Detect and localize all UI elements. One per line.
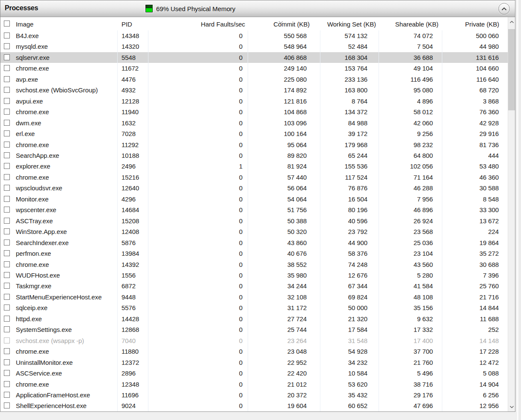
scrollbar-thumb[interactable] bbox=[508, 29, 515, 110]
table-row[interactable]: SearchIndexer.exe5876043 86044 90025 036… bbox=[0, 237, 508, 248]
table-row[interactable]: dwm.exe16320103 09684 98842 06042 928 bbox=[0, 118, 508, 128]
row-checkbox[interactable] bbox=[4, 370, 10, 376]
row-checkbox[interactable] bbox=[4, 316, 10, 322]
cell-commit: 32 108 bbox=[287, 292, 307, 302]
row-checkbox[interactable] bbox=[4, 228, 10, 234]
row-checkbox[interactable] bbox=[4, 76, 10, 82]
column-header-private[interactable]: Private (KB) bbox=[465, 21, 499, 28]
table-row[interactable]: Monitor.exe4296054 06416 5047 9568 548 bbox=[0, 194, 508, 204]
table-row[interactable]: ASCService.exe2896022 42010 5845 4965 08… bbox=[0, 368, 508, 379]
table-row[interactable]: explorer.exe2496181 924155 536102 05653 … bbox=[0, 161, 508, 172]
table-row[interactable]: chrome.exe15216057 440117 52471 16446 36… bbox=[0, 172, 508, 183]
table-row[interactable]: mysqld.exe143200548 96452 4847 50444 980 bbox=[0, 41, 508, 52]
row-checkbox[interactable] bbox=[4, 196, 10, 202]
table-row[interactable]: ASCTray.exe15208050 38840 59626 92413 67… bbox=[0, 216, 508, 226]
table-row[interactable]: WUDFHost.exe1556035 98012 6765 2807 396 bbox=[0, 270, 508, 281]
table-row[interactable]: sqlceip.exe5576031 17250 00035 15614 844 bbox=[0, 302, 508, 313]
row-checkbox[interactable] bbox=[4, 381, 10, 387]
cell-pid: 12128 bbox=[121, 96, 139, 106]
row-checkbox[interactable] bbox=[4, 250, 10, 256]
column-header-image[interactable]: Image bbox=[16, 21, 33, 28]
row-checkbox[interactable] bbox=[4, 402, 10, 408]
row-checkbox[interactable] bbox=[4, 294, 10, 300]
table-row[interactable]: StartMenuExperienceHost.exe9448032 10869… bbox=[0, 292, 508, 302]
table-row[interactable]: wpscloudsvr.exe12640056 06476 87646 2883… bbox=[0, 183, 508, 193]
row-checkbox[interactable] bbox=[4, 163, 10, 169]
row-checkbox[interactable] bbox=[4, 305, 10, 311]
table-row[interactable]: chrome.exe14392038 55274 24843 56030 688 bbox=[0, 259, 508, 270]
table-row[interactable]: chrome.exe11292095 064179 96898 23281 73… bbox=[0, 139, 508, 150]
cell-shareable: 102 056 bbox=[410, 161, 433, 172]
cell-commit: 249 140 bbox=[284, 63, 307, 74]
row-checkbox[interactable] bbox=[4, 87, 10, 93]
row-checkbox[interactable] bbox=[4, 261, 10, 267]
row-checkbox[interactable] bbox=[4, 174, 10, 180]
table-row[interactable]: avp.exe44760225 080233 136116 496116 640 bbox=[0, 74, 508, 85]
cell-commit: 50 320 bbox=[287, 226, 307, 237]
table-row[interactable]: wpscenter.exe14684051 75680 19646 89633 … bbox=[0, 204, 508, 215]
cell-private: 13 672 bbox=[480, 216, 499, 226]
row-checkbox[interactable] bbox=[4, 272, 10, 278]
row-checkbox[interactable] bbox=[4, 65, 10, 71]
row-checkbox[interactable] bbox=[4, 152, 10, 158]
table-row[interactable]: chrome.exe119400104 868134 37258 01276 3… bbox=[0, 106, 508, 117]
vertical-scrollbar[interactable] bbox=[508, 17, 515, 411]
row-checkbox[interactable] bbox=[4, 33, 10, 38]
column-header-pid[interactable]: PID bbox=[121, 21, 132, 28]
scrollbar-down-button[interactable] bbox=[508, 403, 515, 411]
table-row[interactable]: SearchApp.exe10188089 82065 24464 800444 bbox=[0, 150, 508, 161]
collapse-button[interactable] bbox=[498, 3, 510, 15]
table-row[interactable]: svchost.exe (WbioSvcGroup)49320174 89216… bbox=[0, 85, 508, 95]
cell-hard_faults: 0 bbox=[239, 237, 243, 248]
cell-shareable: 64 800 bbox=[414, 150, 433, 161]
table-row[interactable]: sqlservr.exe55480406 868168 30436 688131… bbox=[0, 52, 508, 63]
table-row[interactable]: chrome.exe12348021 01253 62038 71614 904 bbox=[0, 379, 508, 390]
row-checkbox[interactable] bbox=[4, 392, 10, 398]
scrollbar-up-button[interactable] bbox=[508, 18, 515, 26]
table-row[interactable]: svchost.exe (wsappx -p)7040023 26431 548… bbox=[0, 335, 508, 346]
table-row[interactable]: UninstallMonitor.exe12372022 95234 23221… bbox=[0, 357, 508, 368]
row-checkbox[interactable] bbox=[4, 240, 10, 245]
row-checkbox[interactable] bbox=[4, 348, 10, 354]
table-row[interactable]: httpd.exe14428027 72421 3209 63211 688 bbox=[0, 314, 508, 324]
column-header-commit[interactable]: Commit (KB) bbox=[273, 21, 310, 28]
table-row[interactable]: chrome.exe116720249 140153 76449 104104 … bbox=[0, 63, 508, 74]
cell-shareable: 46 896 bbox=[414, 204, 433, 215]
table-row[interactable]: chrome.exe11880023 04854 92837 70017 228 bbox=[0, 346, 508, 357]
table-row[interactable]: SystemSettings.exe12868025 74417 58417 3… bbox=[0, 324, 508, 335]
row-checkbox[interactable] bbox=[4, 54, 10, 60]
table-row[interactable]: avpui.exe121280121 8168 7644 8963 868 bbox=[0, 96, 508, 106]
panel-header[interactable]: Processes 69% Used Physical Memory bbox=[0, 0, 515, 17]
row-checkbox[interactable] bbox=[4, 218, 10, 224]
row-checkbox[interactable] bbox=[4, 98, 10, 104]
table-row[interactable]: perfmon.exe13984040 67658 37623 10435 27… bbox=[0, 248, 508, 259]
row-checkbox[interactable] bbox=[4, 109, 10, 115]
cell-pid: 7028 bbox=[121, 128, 136, 139]
column-header-working_set[interactable]: Working Set (KB) bbox=[327, 21, 376, 28]
row-checkbox[interactable] bbox=[4, 326, 10, 332]
cell-pid: 11672 bbox=[121, 63, 139, 74]
row-checkbox[interactable] bbox=[4, 337, 10, 343]
row-checkbox[interactable] bbox=[4, 207, 10, 213]
table-row[interactable]: Taskmgr.exe6872034 24467 34441 58425 760 bbox=[0, 281, 508, 291]
table-row[interactable]: B4J.exe143480550 568574 13274 072500 060 bbox=[0, 30, 508, 41]
select-all-checkbox[interactable] bbox=[4, 21, 10, 27]
column-header-shareable[interactable]: Shareable (KB) bbox=[395, 21, 438, 28]
row-checkbox[interactable] bbox=[4, 120, 10, 126]
table-row[interactable]: ShellExperienceHost.exe9024019 60460 652… bbox=[0, 400, 508, 411]
cell-shareable: 41 584 bbox=[414, 281, 433, 291]
cell-working_set: 12 676 bbox=[348, 270, 367, 281]
row-checkbox[interactable] bbox=[4, 130, 10, 136]
table-row[interactable]: erl.exe70280100 16439 1729 25629 916 bbox=[0, 128, 508, 139]
cell-working_set: 50 000 bbox=[348, 302, 367, 313]
row-checkbox[interactable] bbox=[4, 283, 10, 289]
cell-private: 8 548 bbox=[483, 194, 499, 204]
table-row[interactable]: WinStore.App.exe12408050 32023 79223 568… bbox=[0, 226, 508, 237]
table-row[interactable]: ApplicationFrameHost.exe11696020 37235 4… bbox=[0, 390, 508, 400]
row-checkbox[interactable] bbox=[4, 142, 10, 148]
row-checkbox[interactable] bbox=[4, 359, 10, 365]
row-checkbox[interactable] bbox=[4, 185, 10, 191]
row-checkbox[interactable] bbox=[4, 43, 10, 49]
column-header-hard_faults[interactable]: Hard Faults/sec bbox=[201, 21, 245, 28]
cell-shareable: 38 716 bbox=[414, 379, 433, 390]
